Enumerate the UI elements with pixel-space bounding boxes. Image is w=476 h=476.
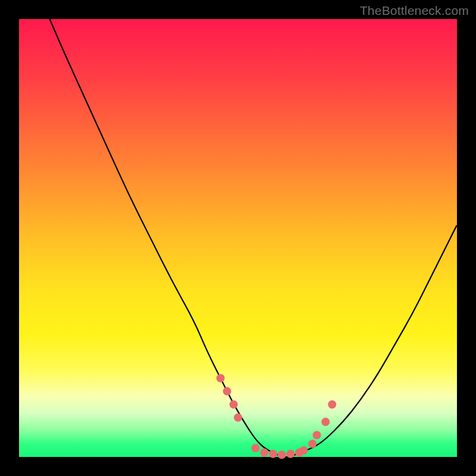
curve-dot: [328, 400, 336, 409]
curve-dot: [321, 418, 330, 426]
watermark-text: TheBottleneck.com: [360, 4, 469, 18]
curve-dot: [260, 449, 268, 457]
curve-dot: [286, 450, 295, 458]
curve-dot: [234, 414, 242, 422]
curve-dot: [217, 374, 225, 383]
curve-dot: [313, 431, 321, 439]
chart-stage: TheBottleneck.com: [0, 0, 476, 476]
curve-dot: [230, 400, 238, 409]
curve-dot: [223, 387, 231, 396]
curve-dot: [308, 440, 317, 448]
plot-area: [19, 19, 457, 457]
curve-dot: [278, 450, 286, 459]
curve-dots: [217, 374, 337, 459]
chart-svg: [19, 19, 457, 457]
bottleneck-curve: [50, 19, 458, 457]
curve-dot: [299, 446, 308, 455]
curve-dot: [251, 444, 259, 452]
curve-dot: [269, 450, 277, 458]
